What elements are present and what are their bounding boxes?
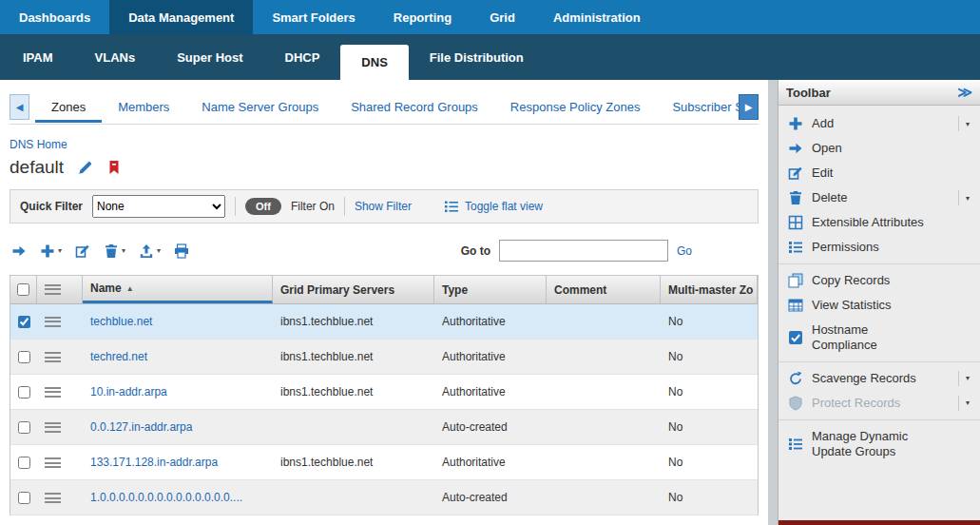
top-nav-item-reporting[interactable]: Reporting [375,0,471,34]
top-nav-item-administration[interactable]: Administration [534,0,660,34]
row-checkbox[interactable] [18,421,30,434]
tab-members[interactable]: Members [102,91,185,123]
row-checkbox[interactable] [18,386,30,399]
toolbar-item-label: Open [812,141,928,156]
grid-primary-cell: ibns1.techblue.net [273,304,434,339]
quick-filter-select[interactable]: None [92,195,225,218]
column-header-type[interactable]: Type [434,276,547,303]
toolbar-item-manage-dynamic-update-groups[interactable]: Manage Dynamic Update Groups [778,424,980,464]
add-button[interactable]: ▾ [40,243,62,259]
toolbar-item-copy-records[interactable]: Copy Records [778,268,980,293]
delete-icon [104,243,119,259]
top-nav-item-dashboards[interactable]: Dashboards [0,0,109,34]
caret-down-icon: ▾ [122,246,125,255]
dropdown-caret-icon[interactable]: ▾ [958,371,974,386]
toolbar-panel-header: Toolbar ≫ [778,80,980,106]
row-checkbox[interactable] [18,457,30,469]
row-checkbox[interactable] [18,492,30,504]
toolbar-item-label: Copy Records [812,273,928,288]
dropdown-caret-icon[interactable]: ▾ [958,190,974,205]
toolbar-item-view-statistics[interactable]: View Statistics [778,293,980,318]
drag-handle-icon[interactable] [45,284,61,295]
tab-scroll-right-icon[interactable]: ▶ [739,94,759,120]
toolbar-item-label: Scavenge Records [812,371,928,386]
toolbar-item-scavenge-records[interactable]: Scavenge Records ▾ [778,366,980,391]
table-row[interactable]: 1.0.0.0.0.0.0.0.0.0.0.0.0.0.0.... Auto-c… [10,480,758,515]
show-filter-link[interactable]: Show Filter [355,200,412,213]
dropdown-caret-icon[interactable]: ▾ [958,116,974,131]
sub-nav-item-ipam[interactable]: IPAM [2,34,74,80]
table-row[interactable]: 133.171.128.in-addr.arpa ibns1.techblue.… [10,445,758,480]
top-nav-item-smart-folders[interactable]: Smart Folders [253,0,374,34]
top-nav-item-grid[interactable]: Grid [471,0,534,34]
row-checkbox[interactable] [18,316,30,328]
toggle-flat-view[interactable]: Toggle flat view [444,199,543,214]
drag-handle-icon[interactable] [45,457,61,468]
column-header-name[interactable]: Name▲ [83,276,273,303]
zone-name-link[interactable]: 133.171.128.in-addr.arpa [90,456,218,469]
toolbar-item-open[interactable]: Open [778,136,980,161]
permissions-icon [788,240,803,255]
type-cell: Authoritative [434,375,547,409]
column-header-grid-primary-servers[interactable]: Grid Primary Servers [273,276,434,303]
comment-cell [547,445,661,479]
toolbar-item-protect-records: Protect Records ▾ [778,391,980,416]
tab-shared-record-groups[interactable]: Shared Record Groups [335,91,494,123]
caret-down-icon: ▾ [58,246,62,255]
row-checkbox[interactable] [18,351,30,363]
drag-handle-icon[interactable] [45,317,61,327]
toolbar-item-delete[interactable]: Delete ▾ [778,185,980,210]
tab-zones[interactable]: Zones [35,91,102,123]
toolbar-item-permissions[interactable]: Permissions [778,235,980,260]
drag-handle-icon[interactable] [45,422,61,433]
zone-name-link[interactable]: techblue.net [90,315,152,328]
go-link[interactable]: Go [677,244,692,258]
sub-nav-item-vlans[interactable]: VLANs [74,34,157,80]
protect-records-icon [788,396,803,411]
tab-scroll-left-icon[interactable]: ◀ [10,94,29,120]
comment-cell [547,410,661,444]
sub-nav-item-dns[interactable]: DNS [340,45,408,80]
dropdown-caret-icon: ▾ [958,396,974,411]
sub-nav-item-file-distribution[interactable]: File Distribution [409,34,545,80]
table-row[interactable]: techblue.net ibns1.techblue.net Authorit… [10,304,758,340]
drag-handle-icon[interactable] [45,352,61,362]
toolbar-item-label: Protect Records [812,396,928,411]
zone-name-link[interactable]: 10.in-addr.arpa [90,385,167,399]
collapse-panel-icon[interactable]: ≫ [957,84,972,101]
tab-name-server-groups[interactable]: Name Server Groups [185,91,335,123]
print-button[interactable] [174,243,189,259]
sub-nav-item-dhcp[interactable]: DHCP [264,34,341,80]
top-nav-item-data-management[interactable]: Data Management [109,0,253,34]
table-row[interactable]: 10.in-addr.arpa ibns1.techblue.net Autho… [10,375,758,410]
edit-title-icon[interactable] [77,160,93,176]
zone-name-link[interactable]: 1.0.0.0.0.0.0.0.0.0.0.0.0.0.0.... [90,491,242,504]
drag-handle-icon[interactable] [45,387,61,398]
filter-toggle-button[interactable]: Off [245,198,281,215]
bookmark-flag-icon[interactable] [106,160,122,175]
delete-button[interactable]: ▾ [104,243,125,259]
drag-handle-icon[interactable] [45,493,61,503]
dns-home-link[interactable]: DNS Home [10,138,67,151]
open-button[interactable] [11,243,27,259]
goto-input[interactable] [499,240,668,262]
extensible-attributes-icon [788,215,803,230]
breadcrumb: DNS Home [10,138,759,151]
tab-response-policy-zones[interactable]: Response Policy Zones [494,91,657,123]
toolbar-item-add[interactable]: Add ▾ [778,111,980,136]
sub-nav-item-super-host[interactable]: Super Host [156,34,263,80]
multi-master-cell: No [661,304,758,339]
column-header-comment[interactable]: Comment [547,276,661,303]
zone-name-link[interactable]: 0.0.127.in-addr.arpa [90,420,192,434]
toolbar-item-extensible-attributes[interactable]: Extensible Attributes [778,210,980,235]
table-row[interactable]: techred.net ibns1.techblue.net Authorita… [10,340,758,375]
hostname-compliance-icon [788,330,803,345]
table-row[interactable]: 0.0.127.in-addr.arpa Auto-created No [10,410,758,445]
select-all-checkbox[interactable] [17,283,29,296]
toolbar-item-hostname-compliance[interactable]: Hostname Compliance [778,318,980,358]
column-header-multi-master[interactable]: Multi-master Zo [661,276,758,303]
toolbar-item-edit[interactable]: Edit [778,161,980,185]
zone-name-link[interactable]: techred.net [90,350,147,363]
edit-button[interactable] [75,243,90,259]
export-button[interactable]: ▾ [139,243,161,259]
